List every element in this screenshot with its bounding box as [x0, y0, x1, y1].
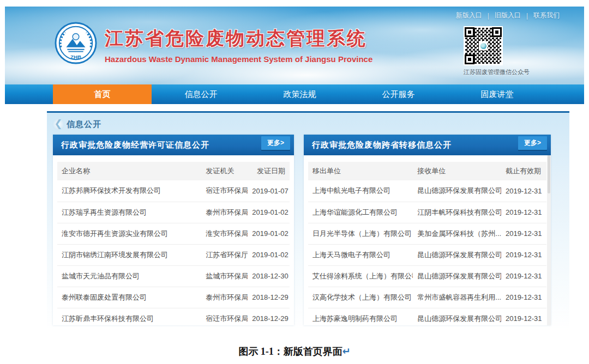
table-cell: 江阴市锦绣江南环境发展有限公司 — [57, 244, 201, 265]
table-cell: 2019-01-02 — [248, 244, 290, 265]
table-cell: 2019-12-31 — [501, 202, 546, 223]
table-cell: 昆山德源环保发展有限公司 — [413, 308, 501, 325]
table-row[interactable]: 江苏邦腾环保技术开发有限公司宿迁市环保局2019-01-07 — [57, 180, 290, 202]
table-cell: 昆山德源环保发展有限公司 — [413, 244, 501, 265]
table-row[interactable]: 江苏瑞孚再生资源有限公司泰州市环保局2019-01-02 — [57, 202, 290, 223]
table-cell: 上海中航光电子有限公司 — [308, 180, 413, 202]
table-cell: 日月光半导体（上海）有限公司 — [308, 223, 413, 244]
nav-tab-policies[interactable]: 政策法规 — [250, 84, 349, 104]
table-cell: 江苏邦腾环保技术开发有限公司 — [57, 180, 201, 202]
table-cell: 江苏省环保厅 — [201, 244, 248, 265]
site-subtitle: Hazardous Waste Dynamic Management Syste… — [105, 54, 372, 64]
table-cell: 昆山德源环保发展有限公司 — [413, 265, 501, 287]
table-cell: 汉高化学技术（上海）有限公司 — [308, 287, 413, 308]
column-header: 接收单位 — [413, 162, 501, 180]
table-cell: 2019-01-07 — [248, 180, 290, 202]
caption-text: 图示 1-1：新版首页界面 — [238, 346, 342, 357]
table-cell: 常州市盛帆容器再生利用... — [413, 287, 501, 308]
table-cell: 盐城市环保局 — [201, 265, 248, 287]
license-table: 企业名称发证机关发证日期江苏邦腾环保技术开发有限公司宿迁市环保局2019-01-… — [57, 162, 290, 325]
content-section: ❮ 信息公开 行政审批危险废物经营许可证信息公开 更多> 企业名称发证机关发证日… — [47, 111, 569, 331]
qr-finder-icon — [492, 27, 502, 37]
table-cell: 盐城市天元油品有限公司 — [57, 265, 201, 287]
main-nav: 首页 信息公开 政策法规 公开服务 固废讲堂 — [5, 84, 584, 104]
table-row[interactable]: 盐城市天元油品有限公司盐城市环保局2018-12-30 — [57, 265, 290, 287]
link-separator: | — [526, 12, 528, 20]
license-panel-header: 行政审批危险废物经营许可证信息公开 更多> — [53, 135, 294, 155]
table-row[interactable]: 上海中航光电子有限公司昆山德源环保发展有限公司2019-12-31 — [308, 180, 546, 202]
more-button[interactable]: 更多> — [261, 136, 290, 150]
qr-finder-icon — [465, 27, 474, 37]
table-cell: 泰州市环保局 — [201, 287, 248, 308]
table-cell: 2019-12-31 — [501, 223, 546, 244]
table-cell: 泰州市环保局 — [201, 202, 248, 223]
svg-text:ZHB: ZHB — [70, 54, 81, 60]
table-cell: 2018-12-29 — [248, 287, 290, 308]
table-row[interactable]: 江阴市锦绣江南环境发展有限公司江苏省环保厅2019-01-02 — [57, 244, 290, 265]
column-header: 截止有效期 — [501, 162, 546, 180]
table-row[interactable]: 艾仕得涂料系统（上海）有限公司昆山德源环保发展有限公司2019-12-31 — [308, 265, 546, 287]
table-row[interactable]: 上海华谊能源化工有限公司江阴丰帆环保科技有限公司2019-12-31 — [308, 202, 546, 223]
license-info-panel: 行政审批危险废物经营许可证信息公开 更多> 企业名称发证机关发证日期江苏邦腾环保… — [53, 135, 294, 325]
link-contact-us[interactable]: 联系我们 — [533, 11, 560, 20]
table-cell: 美加金属环保科技（苏州... — [413, 223, 501, 244]
transfer-panel-header: 行政审批危险废物跨省转移信息公开 更多> — [304, 135, 551, 155]
table-row[interactable]: 日月光半导体（上海）有限公司美加金属环保科技（苏州...2019-12-31 — [308, 223, 546, 244]
transfer-table: 移出单位接收单位截止有效期上海中航光电子有限公司昆山德源环保发展有限公司2019… — [308, 162, 546, 325]
chevron-left-icon: ❮ — [52, 118, 64, 130]
table-cell: 江苏昕鼎丰环保科技有限公司 — [57, 308, 201, 325]
column-header: 移出单位 — [308, 162, 413, 180]
table-row[interactable]: 上海天马微电子有限公司昆山德源环保发展有限公司2019-12-31 — [308, 244, 546, 265]
table-cell: 宿迁市环保局 — [201, 180, 248, 202]
qr-finder-icon — [465, 54, 474, 64]
link-old-entrance[interactable]: 旧版入口 — [495, 11, 521, 20]
column-header: 企业名称 — [57, 162, 201, 180]
scrollbar-thumb[interactable] — [548, 155, 550, 193]
nav-tab-home[interactable]: 首页 — [53, 84, 152, 104]
table-cell: 淮安市德开再生资源实业有限公司 — [57, 223, 201, 244]
table-cell: 昆山德源环保发展有限公司 — [413, 180, 501, 202]
table-cell: 江阴丰帆环保科技有限公司 — [413, 202, 501, 223]
link-separator: | — [488, 12, 489, 20]
table-cell: 泰州联泰固废处置有限公司 — [57, 287, 201, 308]
breadcrumb-label: 信息公开 — [67, 119, 101, 130]
column-header: 发证机关 — [201, 162, 248, 180]
more-button[interactable]: 更多> — [518, 136, 547, 150]
panels-row: 行政审批危险废物经营许可证信息公开 更多> 企业名称发证机关发证日期江苏邦腾环保… — [53, 135, 556, 325]
breadcrumb: ❮ 信息公开 — [47, 116, 569, 132]
table-row[interactable]: 泰州联泰固废处置有限公司泰州市环保局2018-12-29 — [57, 287, 290, 308]
qr-logo-icon — [479, 41, 488, 50]
table-cell: 2018-12-29 — [248, 308, 290, 325]
table-cell: 上海天马微电子有限公司 — [308, 244, 413, 265]
table-cell: 上海苏豪逸明制药有限公司 — [308, 308, 413, 325]
table-cell: 2019-12-31 — [501, 180, 546, 202]
page: 新版入口 | 旧版入口 | 联系我们 ZHB 江苏省危险废物动态 — [5, 7, 584, 358]
table-cell: 江苏瑞孚再生资源有限公司 — [57, 202, 201, 223]
license-table-wrap: 企业名称发证机关发证日期江苏邦腾环保技术开发有限公司宿迁市环保局2019-01-… — [53, 155, 294, 325]
nav-tab-public-services[interactable]: 公开服务 — [349, 84, 448, 104]
table-row[interactable]: 淮安市德开再生资源实业有限公司淮安市环保局2019-01-02 — [57, 223, 290, 244]
table-cell: 上海华谊能源化工有限公司 — [308, 202, 413, 223]
table-cell: 2019-12-31 — [501, 287, 546, 308]
table-cell: 2019-01-02 — [248, 223, 290, 244]
qr-caption: 江苏固废管理微信公众号 — [464, 68, 530, 76]
nav-tab-solid-waste-lectures[interactable]: 固废讲堂 — [448, 84, 546, 104]
table-cell: 2019-12-31 — [501, 308, 546, 325]
table-row[interactable]: 上海苏豪逸明制药有限公司昆山德源环保发展有限公司2019-12-31 — [308, 308, 546, 325]
wechat-qr-block: 江苏固废管理微信公众号 — [464, 26, 530, 76]
link-new-entrance[interactable]: 新版入口 — [456, 11, 482, 20]
wechat-qr-code — [464, 26, 503, 65]
transfer-info-panel: 行政审批危险废物跨省转移信息公开 更多> 移出单位接收单位截止有效期上海中航光电… — [304, 135, 551, 325]
table-row[interactable]: 江苏昕鼎丰环保科技有限公司宿迁市环保局2018-12-29 — [57, 308, 290, 325]
table-cell: 宿迁市环保局 — [201, 308, 248, 325]
panel-title: 行政审批危险废物经营许可证信息公开 — [61, 140, 209, 150]
table-cell: 2019-01-02 — [248, 202, 290, 223]
table-cell: 2019-12-31 — [501, 244, 546, 265]
paragraph-mark-icon: ↵ — [342, 345, 351, 357]
column-header: 发证日期 — [248, 162, 290, 180]
table-cell: 2019-12-31 — [501, 265, 546, 287]
scrollbar[interactable] — [547, 155, 551, 325]
nav-tab-info-disclosure[interactable]: 信息公开 — [152, 84, 250, 104]
figure-caption: 图示 1-1：新版首页界面↵ — [5, 345, 584, 358]
table-row[interactable]: 汉高化学技术（上海）有限公司常州市盛帆容器再生利用...2019-12-31 — [308, 287, 546, 308]
